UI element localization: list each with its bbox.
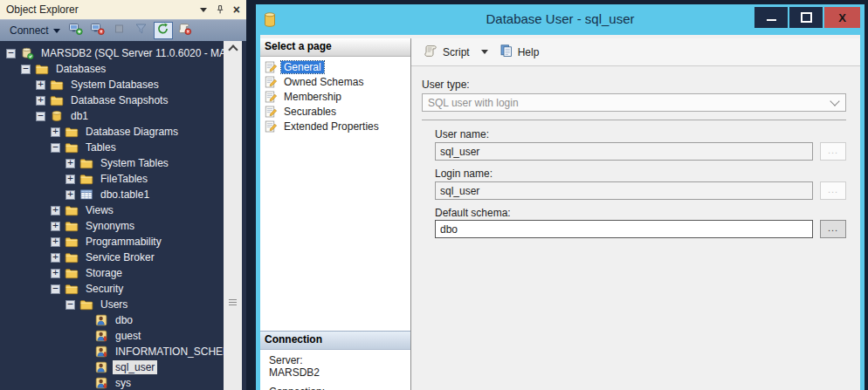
select-a-page-header: Select a page [260,38,410,57]
server-value: MARSDB2 [269,366,320,379]
expand-expander-icon[interactable]: + [36,96,45,106]
folder-icon [50,93,64,107]
default-schema-browse-button[interactable]: ... [820,220,846,238]
collapse-expander-icon[interactable]: − [36,112,45,121]
expand-expander-icon[interactable]: + [51,222,60,231]
maximize-button[interactable] [789,7,823,28]
tree-item[interactable]: +Synonyms [1,218,224,234]
folder-icon [79,156,93,170]
script-icon [423,44,438,60]
collapse-expander-icon[interactable]: − [6,49,16,58]
tree-item[interactable]: sql_user [1,359,224,375]
connection-server-info: Server: MARSDB2 [269,354,320,379]
server-icon [20,46,34,60]
tree-item-label: Databases [53,62,108,76]
folder-icon [65,282,79,296]
disconnect-server-icon [90,22,105,39]
property-page-icon [264,75,278,89]
table-icon [79,188,93,202]
user-icon [94,313,108,327]
folder-icon [35,62,49,76]
help-button[interactable]: Help [496,41,543,63]
expand-expander-icon[interactable]: + [51,253,60,263]
expand-expander-icon[interactable]: + [36,80,45,90]
tree-item-label: sql_user [113,360,157,374]
expand-expander-icon[interactable]: + [51,206,60,216]
folder-icon [65,203,79,217]
tree-item-label: System Tables [98,156,171,170]
close-icon[interactable]: × [233,4,240,15]
tree-item-label: Service Broker [83,250,157,264]
user-type-value: SQL user with login [428,97,519,109]
tree-item[interactable]: guest [1,328,224,344]
tree-item-label: Synonyms [83,219,137,233]
page-item-general[interactable]: General [260,59,410,74]
expand-expander-icon[interactable]: + [51,127,60,137]
page-item-owned-schemas[interactable]: Owned Schemas [260,74,410,89]
expand-expander-icon[interactable]: + [51,237,60,247]
expand-expander-icon[interactable]: + [51,269,60,278]
tree-item[interactable]: +Programmability [1,234,224,250]
connect-button[interactable]: Connect [6,23,64,38]
expand-expander-icon[interactable]: + [65,159,75,168]
page-item-securables[interactable]: Securables [260,104,410,119]
tree-item[interactable]: −Security [1,281,224,297]
minimize-button[interactable] [754,7,788,28]
tree-item[interactable]: INFORMATION_SCHEMA [1,344,224,359]
scrollbar-thumb-grip[interactable] [229,299,237,307]
tree-item[interactable]: +Service Broker [1,250,224,265]
scrollbar-up-arrow-icon[interactable] [224,41,242,55]
object-explorer-tree: −MARSDB2 (SQL Server 11.0.6020 - MARSD−D… [1,41,224,390]
form-separator [422,120,846,120]
expand-expander-icon[interactable]: + [65,190,75,200]
tree-item[interactable]: −Databases [1,61,224,77]
close-button[interactable]: X [824,7,860,28]
tree-item-label: Storage [83,266,125,280]
login-name-browse-button: ... [820,181,846,200]
script-error-button[interactable] [176,22,195,39]
connect-server-icon [68,22,83,39]
object-explorer-titlebar: Object Explorer × [0,0,246,19]
script-button[interactable]: Script [419,41,473,63]
tree-item[interactable]: −Tables [1,140,224,155]
collapse-expander-icon[interactable]: − [65,300,75,310]
stop-button [110,22,129,39]
tree-item-label: Programmability [83,235,164,249]
connection-header: Connection [260,331,410,350]
tree-item[interactable]: +Storage [1,265,224,281]
tree-item[interactable]: +Database Snapshots [1,92,224,108]
expand-expander-icon[interactable]: + [65,174,75,184]
help-button-label: Help [518,46,540,58]
folder-icon [79,298,93,311]
tree-item[interactable]: +Database Diagrams [1,124,224,140]
window-position-chevron-icon[interactable] [200,8,207,12]
tree-item[interactable]: sys [1,375,224,390]
tree-item[interactable]: −MARSDB2 (SQL Server 11.0.6020 - MARSD [1,45,224,61]
tree-item[interactable]: +dbo.table1 [1,187,224,202]
script-dropdown-chevron-icon[interactable] [481,50,488,54]
tree-item[interactable]: +Views [1,202,224,218]
collapse-expander-icon[interactable]: − [21,65,31,74]
pin-icon[interactable] [215,4,225,15]
dialog-titlebar[interactable]: Database User - sql_user X [256,4,865,35]
tree-item[interactable]: +FileTables [1,171,224,187]
tree-item[interactable]: +System Databases [1,77,224,92]
disconnect-server-button[interactable] [88,22,107,39]
tree-item-label: guest [113,329,143,343]
refresh-button[interactable] [154,22,173,39]
page-item-membership[interactable]: Membership [260,89,410,104]
tree-item[interactable]: −Users [1,297,224,312]
tree-item[interactable]: −db1 [1,108,224,124]
tree-item[interactable]: dbo [1,312,224,328]
page-item-extended-properties[interactable]: Extended Properties [260,119,410,133]
tree-item[interactable]: +System Tables [1,155,224,171]
page-item-label: Extended Properties [281,120,382,133]
collapse-expander-icon[interactable]: − [51,143,60,153]
object-explorer-title: Object Explorer [6,3,192,16]
default-schema-field[interactable] [435,220,813,238]
script-button-label: Script [443,46,470,58]
tree-scrollbar[interactable] [224,41,242,390]
collapse-expander-icon[interactable]: − [51,284,60,294]
folder-icon [50,78,64,92]
connect-server-button[interactable] [66,22,86,39]
